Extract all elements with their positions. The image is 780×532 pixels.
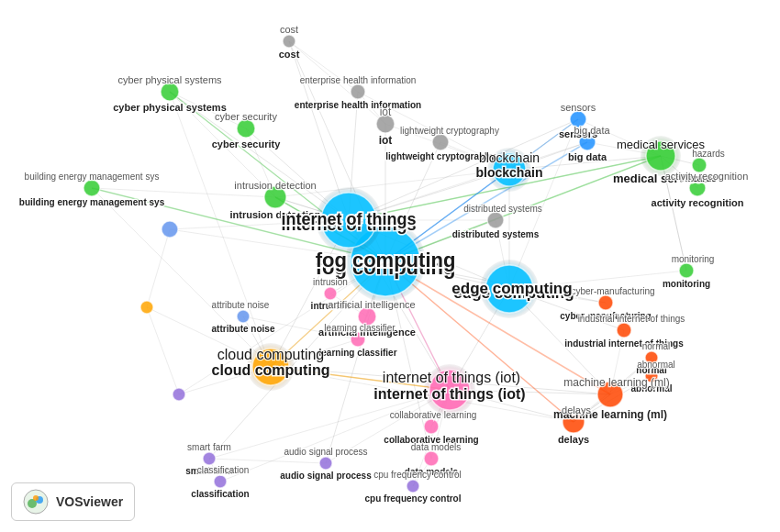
svg-point-3 (33, 495, 39, 501)
vosviewer-logo: VOSviewer (11, 482, 135, 521)
vosviewer-label: VOSviewer (56, 494, 123, 509)
vosviewer-icon (23, 489, 49, 515)
network-visualization (0, 0, 780, 532)
